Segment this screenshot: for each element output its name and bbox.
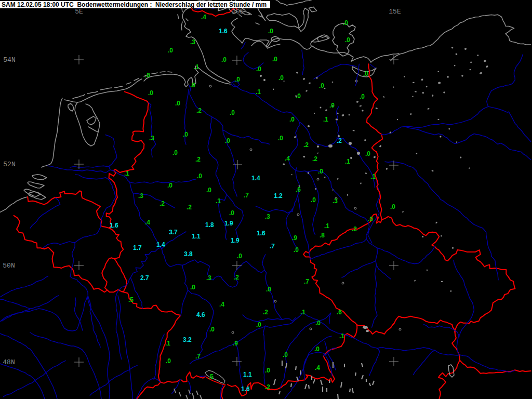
svg-text:.0: .0 xyxy=(363,70,368,77)
svg-text:.6: .6 xyxy=(337,309,342,316)
svg-text:.0: .0 xyxy=(329,102,335,109)
svg-text:.7: .7 xyxy=(244,192,249,199)
svg-text:1.4: 1.4 xyxy=(156,241,165,248)
svg-text:.7: .7 xyxy=(270,243,275,250)
svg-text:1.1: 1.1 xyxy=(192,233,201,240)
svg-text:.0: .0 xyxy=(268,28,273,35)
svg-text:.3: .3 xyxy=(138,192,143,200)
svg-text:.0: .0 xyxy=(283,351,288,358)
svg-text:.0: .0 xyxy=(272,56,277,63)
svg-text:.0: .0 xyxy=(294,246,299,254)
svg-text:.4: .4 xyxy=(315,364,320,371)
svg-text:.0: .0 xyxy=(314,345,320,353)
svg-text:.3: .3 xyxy=(149,135,154,142)
svg-text:.0: .0 xyxy=(172,149,178,156)
svg-text:52N: 52N xyxy=(3,161,15,168)
svg-text:.0: .0 xyxy=(221,56,227,63)
svg-text:3.8: 3.8 xyxy=(184,250,193,258)
svg-text:.0: .0 xyxy=(368,216,373,223)
svg-text:1.6: 1.6 xyxy=(219,28,228,35)
svg-text:.6: .6 xyxy=(296,186,301,193)
svg-text:.0: .0 xyxy=(175,100,180,107)
svg-text:.0: .0 xyxy=(289,116,295,123)
svg-text:.2: .2 xyxy=(352,225,357,233)
svg-text:.1: .1 xyxy=(370,173,376,180)
svg-text:.0: .0 xyxy=(183,131,188,138)
svg-text:.2: .2 xyxy=(195,156,201,163)
svg-text:.3: .3 xyxy=(190,38,195,46)
svg-text:1.9: 1.9 xyxy=(231,237,240,244)
svg-text:.9: .9 xyxy=(292,234,297,242)
svg-text:.1: .1 xyxy=(324,222,329,230)
svg-text:.0: .0 xyxy=(311,196,316,204)
svg-text:.0: .0 xyxy=(345,36,350,44)
svg-text:.0: .0 xyxy=(167,182,172,189)
svg-text:.1: .1 xyxy=(339,332,344,340)
svg-text:4.6: 4.6 xyxy=(196,311,205,318)
svg-text:.1: .1 xyxy=(345,158,350,165)
svg-text:.2: .2 xyxy=(303,141,309,149)
svg-text:2.7: 2.7 xyxy=(140,274,149,282)
svg-text:.4: .4 xyxy=(145,219,150,226)
svg-text:.5: .5 xyxy=(128,296,134,303)
svg-text:3.7: 3.7 xyxy=(169,229,178,236)
svg-text:.0: .0 xyxy=(225,137,230,144)
svg-text:15E: 15E xyxy=(389,8,401,16)
svg-text:1.6: 1.6 xyxy=(257,230,265,237)
svg-text:10E: 10E xyxy=(232,8,244,16)
svg-text:.0: .0 xyxy=(390,203,395,210)
svg-text:48N: 48N xyxy=(3,358,15,366)
svg-text:.2: .2 xyxy=(187,204,192,211)
svg-text:1.7: 1.7 xyxy=(133,244,142,251)
svg-text:.2: .2 xyxy=(337,137,342,144)
svg-text:1.2: 1.2 xyxy=(274,192,283,200)
svg-text:54N: 54N xyxy=(3,56,15,64)
svg-text:.0: .0 xyxy=(145,72,150,79)
svg-text:.1: .1 xyxy=(300,309,305,316)
svg-text:.0: .0 xyxy=(343,19,348,26)
svg-text:1.9: 1.9 xyxy=(224,220,233,227)
svg-text:1.1: 1.1 xyxy=(243,371,252,378)
svg-text:.8: .8 xyxy=(320,232,325,239)
svg-text:.1: .1 xyxy=(256,88,261,96)
svg-text:.4: .4 xyxy=(201,14,206,21)
svg-text:.2: .2 xyxy=(263,309,268,316)
svg-text:.7: .7 xyxy=(195,353,201,360)
svg-text:.0: .0 xyxy=(365,150,370,157)
svg-text:3.2: 3.2 xyxy=(183,336,192,343)
svg-text:.0: .0 xyxy=(229,209,234,217)
svg-text:.0: .0 xyxy=(237,252,242,260)
svg-text:.1: .1 xyxy=(124,170,129,177)
svg-text:.0: .0 xyxy=(278,135,283,142)
svg-text:.5: .5 xyxy=(208,373,214,380)
svg-text:.3: .3 xyxy=(265,213,270,220)
svg-text:.0: .0 xyxy=(230,109,235,116)
svg-text:.0: .0 xyxy=(278,74,284,82)
svg-text:.0: .0 xyxy=(319,82,324,89)
svg-text:.0: .0 xyxy=(256,321,261,328)
svg-text:.2: .2 xyxy=(234,274,239,281)
svg-text:.0: .0 xyxy=(315,320,321,327)
svg-text:.4: .4 xyxy=(285,155,290,162)
svg-text:.0: .0 xyxy=(166,357,171,365)
svg-text:.0: .0 xyxy=(190,284,195,291)
svg-text:.0: .0 xyxy=(235,76,240,83)
svg-text:.3: .3 xyxy=(206,274,211,282)
svg-text:.1: .1 xyxy=(194,63,199,71)
svg-text:.4: .4 xyxy=(219,301,224,308)
svg-text:.7: .7 xyxy=(304,278,309,285)
svg-text:1.6: 1.6 xyxy=(110,222,118,229)
svg-text:.0: .0 xyxy=(266,286,271,293)
svg-text:.2: .2 xyxy=(159,200,165,207)
svg-text:.2: .2 xyxy=(312,155,317,163)
svg-text:.0: .0 xyxy=(265,367,270,374)
svg-text:.0: .0 xyxy=(209,326,215,333)
svg-text:.0: .0 xyxy=(206,187,211,194)
svg-text:.0: .0 xyxy=(190,82,195,89)
svg-text:.1: .1 xyxy=(216,197,221,205)
svg-text:.2: .2 xyxy=(196,107,202,114)
svg-text:.0: .0 xyxy=(148,89,153,97)
svg-text:.2: .2 xyxy=(265,383,270,391)
svg-text:.1: .1 xyxy=(323,116,328,123)
svg-text:.0: .0 xyxy=(360,93,365,100)
